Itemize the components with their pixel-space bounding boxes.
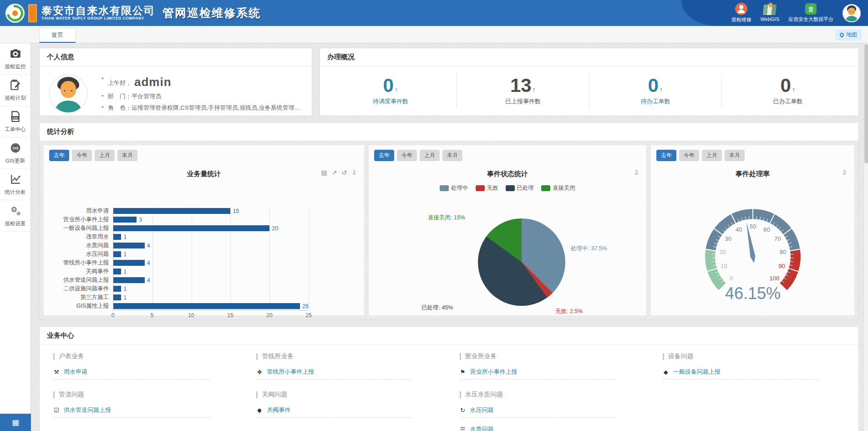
- workorder-log-icon: LOG: [10, 111, 21, 122]
- bar-x-axis: 0510152025: [113, 310, 309, 319]
- legend-item-无效[interactable]: 无效: [476, 184, 498, 192]
- sidebar-item-inspection-settings[interactable]: ⚙⚙巡检设置: [0, 200, 30, 232]
- bar-chart-title: 业务量统计: [44, 170, 364, 178]
- business-link-label: 水压问题: [470, 406, 494, 414]
- sidebar: 巡检监控巡检计划LOG工单中心GISGIS更新统计分析⚙⚙巡检设置 ▦: [0, 43, 31, 431]
- period-tab-去年[interactable]: 去年: [49, 150, 69, 161]
- analysis-body: 去年今年上月本月 业务量统计 ▤↗↺⇩ 用水申请营业所小事件上报一般设备问题上报…: [40, 141, 858, 319]
- scrollbar-thumb[interactable]: [864, 44, 868, 163]
- business-link-label: 关阀事件: [267, 406, 290, 414]
- bar[interactable]: [113, 286, 121, 292]
- business-link-label: 营业所小事件上报: [470, 368, 518, 376]
- period-tab-上月[interactable]: 上月: [420, 150, 440, 161]
- overview-panel: 办理概况 0↑待调度事件数13↑已上报事件数0↑待办工单数0↑已办工单数: [320, 48, 859, 116]
- sidebar-item-label: 巡检监控: [0, 63, 30, 70]
- gis-icon: GIS: [10, 142, 21, 154]
- tab-home[interactable]: 首页: [39, 28, 76, 43]
- droplet-icon: ◆: [663, 369, 669, 375]
- sidebar-item-inspection-monitor[interactable]: 巡检监控: [0, 43, 30, 75]
- department-line: 部 门：平台管理员: [102, 92, 302, 101]
- period-tab-去年[interactable]: 去年: [656, 150, 676, 161]
- period-tab-上月[interactable]: 上月: [95, 150, 115, 161]
- company-name-en: TAIAN WATER SUPLY GROUP LIMITED COMPANY: [41, 16, 155, 20]
- map-button-label: 地图: [846, 31, 857, 39]
- download-icon[interactable]: ⇩: [634, 169, 639, 176]
- pie-legend: 处理中无效已处理直接关闭: [369, 184, 646, 192]
- download-icon[interactable]: ⇩: [842, 169, 847, 176]
- flag-icon: ⚑: [460, 369, 466, 375]
- line-chart-icon[interactable]: ↗: [332, 169, 337, 176]
- download-icon[interactable]: ⇩: [351, 169, 357, 176]
- bar[interactable]: [113, 217, 137, 223]
- sidebar-collapse-button[interactable]: ▦: [0, 414, 31, 431]
- pie-label-无效: 无效: 2.5%: [555, 308, 583, 315]
- business-link-quality-issue[interactable]: ☰水质问题: [460, 425, 616, 431]
- period-tab-本月[interactable]: 本月: [725, 150, 745, 161]
- server-icon: ☰: [460, 426, 466, 431]
- vertical-scrollbar[interactable]: [863, 43, 868, 431]
- bar[interactable]: [113, 277, 145, 283]
- tags-icon: ❖: [256, 369, 263, 375]
- webgis-map-icon: [763, 5, 777, 15]
- period-tab-本月[interactable]: 本月: [442, 150, 462, 161]
- bar-category-label: 一般设备问题上报: [49, 224, 113, 233]
- legend-swatch: [506, 185, 515, 191]
- business-link-pipeline-minor-event[interactable]: ❖管线所小事件上报: [256, 368, 413, 380]
- business-link-pressure-issue[interactable]: ↻水压问题: [460, 406, 616, 418]
- group-title-bar: [256, 391, 258, 398]
- business-link-pipe-issue-report[interactable]: ☑供水管道问题上报: [53, 406, 210, 418]
- workorder-log-icon: LOG: [10, 111, 21, 122]
- business-center-title: 业务中心: [40, 327, 858, 345]
- period-tab-本月[interactable]: 本月: [117, 150, 137, 161]
- legend-item-处理中[interactable]: 处理中: [440, 184, 468, 192]
- bar-chart-icon[interactable]: ▤: [321, 169, 327, 176]
- refresh-icon: ↻: [460, 407, 466, 414]
- period-tab-今年[interactable]: 今年: [679, 150, 699, 161]
- bar[interactable]: [113, 234, 121, 240]
- group-title-text: 水压水质问题: [465, 390, 503, 399]
- bar[interactable]: [113, 251, 121, 257]
- sidebar-item-stats-analysis[interactable]: 统计分析: [0, 169, 30, 200]
- header-nav-webgis[interactable]: WebGIS: [761, 5, 779, 22]
- stat-value: 13↑: [457, 76, 589, 96]
- period-tab-上月[interactable]: 上月: [702, 150, 722, 161]
- sidebar-item-workorder-center[interactable]: LOG工单中心: [0, 106, 30, 137]
- legend-item-直接关闭[interactable]: 直接关闭: [541, 184, 575, 192]
- business-link-valve-event[interactable]: 关阀事件: [256, 406, 413, 418]
- business-link-office-minor-event[interactable]: ⚑营业所小事件上报: [460, 368, 616, 380]
- bar[interactable]: [113, 225, 269, 231]
- legend-item-已处理[interactable]: 已处理: [506, 184, 534, 192]
- sidebar-item-inspection-plan[interactable]: 巡检计划: [0, 75, 30, 106]
- group-title-bar: [460, 353, 461, 360]
- bar-row: 4: [113, 259, 309, 267]
- link-icon-wrap: [256, 407, 263, 414]
- period-tab-今年[interactable]: 今年: [397, 150, 417, 161]
- bar[interactable]: [113, 303, 300, 309]
- bar[interactable]: [113, 269, 121, 274]
- business-group-pipeline-office: 管线所业务❖管线所小事件上报: [256, 352, 438, 380]
- bar[interactable]: [113, 243, 145, 248]
- sidebar-item-gis-update[interactable]: GISGIS更新: [0, 137, 30, 169]
- bar[interactable]: [113, 208, 230, 214]
- map-button[interactable]: 地图: [835, 29, 862, 41]
- business-link-general-equipment-issue[interactable]: ◆一般设备问题上报: [663, 368, 819, 380]
- user-avatar[interactable]: [843, 4, 861, 22]
- gauge-value: 46.15%: [725, 284, 780, 303]
- business-center-panel: 业务中心 户表业务⚒用水申请管线所业务❖管线所小事件上报营业所业务⚑营业所小事件…: [39, 326, 859, 431]
- restore-icon[interactable]: ↺: [342, 169, 347, 176]
- sidebar-item-label: 统计分析: [0, 189, 30, 196]
- business-group-business-office: 营业所业务⚑营业所小事件上报: [460, 352, 642, 380]
- bar-value-label: 1: [123, 286, 127, 292]
- bar-category-labels: 用水申请营业所小事件上报一般设备问题上报违章用水水质问题水压问题管线所小事件上报…: [49, 207, 113, 310]
- period-tab-去年[interactable]: 去年: [374, 150, 394, 161]
- business-link-water-apply[interactable]: ⚒用水申请: [53, 368, 210, 380]
- x-tick-label: 10: [188, 312, 194, 319]
- x-tick-label: 15: [227, 312, 233, 319]
- header-nav-inspection-maintenance[interactable]: 巡检维修: [731, 3, 751, 23]
- bar[interactable]: [113, 294, 121, 300]
- bar-row: 1: [113, 267, 309, 276]
- bar-value-label: 15: [233, 208, 239, 214]
- header-nav-emergency-platform[interactable]: ≣应急安全大数据平台: [788, 3, 833, 23]
- bar[interactable]: [113, 260, 145, 266]
- period-tab-今年[interactable]: 今年: [72, 150, 92, 161]
